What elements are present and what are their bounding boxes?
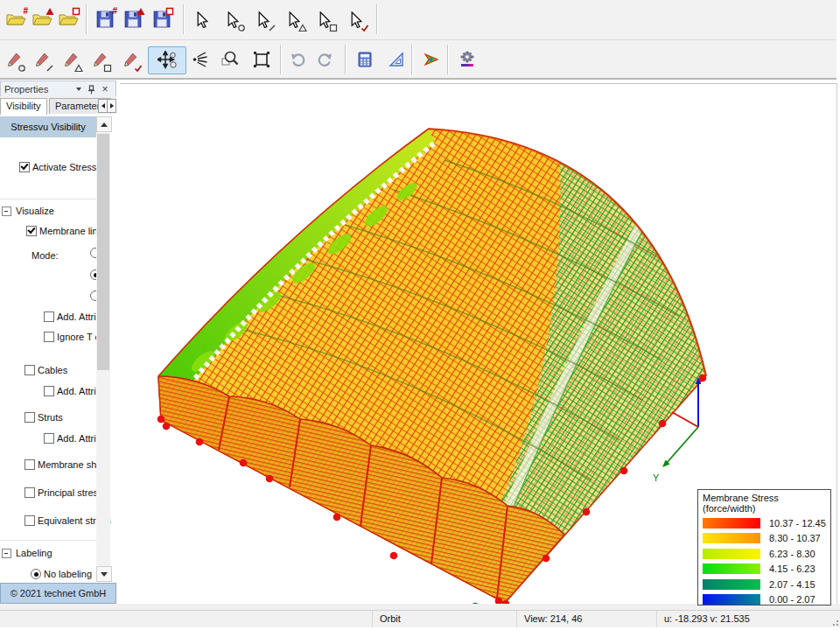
select-triangle-button[interactable]	[281, 6, 307, 32]
legend-color-bar	[703, 549, 760, 559]
viewport-3d[interactable]: Y Membrane Stress (force/width) 10.37 - …	[120, 83, 837, 611]
redo-icon	[316, 51, 333, 68]
divider	[0, 540, 96, 541]
checkbox-icon	[44, 332, 54, 342]
panel-scrollbar[interactable]	[96, 116, 110, 580]
legend-color-bar	[703, 564, 760, 574]
legend-row: 2.07 - 4.15	[703, 577, 830, 592]
panel-footer: © 2021 technet GmbH	[0, 583, 116, 604]
save-triangle-button[interactable]	[120, 6, 146, 32]
legend-range: 2.07 - 4.15	[769, 579, 816, 590]
open-file-hash-button[interactable]: #	[3, 6, 29, 32]
section-header: Stressvu Visibility	[0, 116, 96, 137]
select-point-button[interactable]	[220, 6, 246, 32]
result-arrow-button[interactable]	[418, 46, 444, 73]
dropdown-icon[interactable]	[74, 84, 84, 94]
toolbar-separator	[376, 4, 378, 34]
check-marker-icon	[134, 64, 143, 73]
legend-range: 6.23 - 8.30	[769, 549, 816, 559]
collapse-icon[interactable]	[2, 549, 11, 558]
radio-icon	[31, 569, 41, 579]
panel-content: Stressvu Visibility Activate Stressvu Vi…	[0, 114, 116, 583]
stress-legend: Membrane Stress (force/width) 10.37 - 12…	[697, 489, 831, 606]
status-view: View: 214, 46	[516, 611, 663, 627]
legend-color-bar	[703, 533, 760, 543]
triangle-marker-icon	[298, 24, 307, 32]
status-bar: Orbit View: 214, 46 u: -18.293 v: 21.535	[0, 610, 840, 627]
draw-point-button[interactable]	[0, 46, 26, 73]
orbit-move-icon	[158, 51, 177, 70]
checkbox-icon	[24, 365, 35, 375]
zoom-window-button[interactable]	[217, 46, 243, 73]
square-marker-icon	[329, 24, 338, 32]
slash-marker-icon	[46, 64, 54, 73]
draw-square-button[interactable]	[86, 46, 112, 73]
measure-button[interactable]	[383, 46, 410, 73]
select-line-button[interactable]	[250, 6, 276, 32]
colored-arrow-icon	[423, 51, 440, 68]
save-hash-button[interactable]: #	[92, 6, 118, 32]
redo-button[interactable]	[312, 46, 338, 73]
tab-scroll-right-icon[interactable]	[107, 99, 116, 113]
tab-visibility[interactable]: Visibility	[0, 98, 47, 115]
circle-marker-icon	[237, 24, 246, 32]
select-apply-button[interactable]	[343, 6, 369, 32]
checkbox-icon	[26, 226, 37, 236]
slash-marker-icon	[268, 24, 276, 32]
legend-color-bar	[703, 518, 760, 528]
scrollbar-thumb[interactable]	[97, 134, 109, 370]
draw-triangle-button[interactable]	[57, 46, 83, 73]
calculator-icon	[356, 51, 374, 68]
panel-tabs: Visibility Parameters	[0, 96, 116, 115]
collapse-icon[interactable]	[2, 206, 11, 216]
divider	[0, 199, 96, 200]
undo-icon	[290, 51, 307, 68]
zoom-window-icon	[220, 50, 240, 69]
open-file-square-button[interactable]	[55, 6, 81, 32]
checkbox-icon	[44, 433, 54, 444]
application-window: { "toolbar": { "row1_icons": ["open-file…	[0, 0, 840, 630]
toolbar-separator	[447, 45, 449, 74]
check-marker-icon	[360, 24, 369, 32]
triangle-marker-icon	[136, 7, 145, 16]
checkbox-icon	[44, 312, 54, 322]
checkbox-icon	[24, 487, 35, 498]
pin-icon[interactable]	[86, 84, 96, 94]
legend-row: 6.23 - 8.30	[703, 546, 830, 562]
select-square-button[interactable]	[312, 6, 338, 32]
close-icon[interactable]: ×	[100, 84, 110, 94]
square-marker-icon	[72, 7, 80, 16]
panel-titlebar[interactable]: Properties ×	[0, 80, 116, 98]
zoom-extents-button[interactable]	[248, 46, 275, 73]
triangle-marker-icon	[74, 64, 83, 73]
legend-range: 0.00 - 2.07	[769, 594, 816, 605]
toolbar-separator	[86, 4, 88, 34]
draw-apply-button[interactable]	[116, 46, 143, 73]
stress-settings-button[interactable]	[454, 46, 480, 73]
toolbar-file: # #	[0, 0, 836, 40]
undo-button[interactable]	[285, 46, 312, 73]
properties-panel: Properties × Visibility Parameters Stres…	[0, 80, 116, 604]
legend-range: 10.37 - 12.45	[769, 518, 826, 528]
legend-row: 0.00 - 2.07	[703, 592, 830, 608]
scroll-up-icon[interactable]	[96, 116, 112, 132]
orbit-pan-zoom-button[interactable]	[148, 46, 186, 74]
resize-grip[interactable]	[830, 617, 838, 626]
hash-marker-icon: #	[23, 7, 28, 16]
calculate-button[interactable]	[352, 46, 378, 73]
scroll-down-icon[interactable]	[96, 566, 112, 582]
square-marker-icon	[165, 7, 174, 16]
set-square-icon	[388, 51, 405, 68]
legend-color-bar	[703, 579, 760, 590]
select-cursor-button[interactable]	[189, 6, 215, 32]
legend-row: 8.30 - 10.37	[703, 531, 830, 547]
status-coords: u: -18.293 v: 21.535	[656, 611, 839, 627]
view-rays-button[interactable]	[187, 46, 214, 73]
hash-marker-icon: #	[112, 7, 117, 16]
save-square-button[interactable]	[149, 6, 175, 32]
legend-range: 4.15 - 6.23	[769, 564, 816, 574]
open-file-triangle-button[interactable]	[29, 6, 55, 32]
triangle-marker-icon	[46, 7, 54, 16]
draw-line-button[interactable]	[28, 46, 54, 73]
panel-title-text: Properties	[4, 84, 48, 94]
